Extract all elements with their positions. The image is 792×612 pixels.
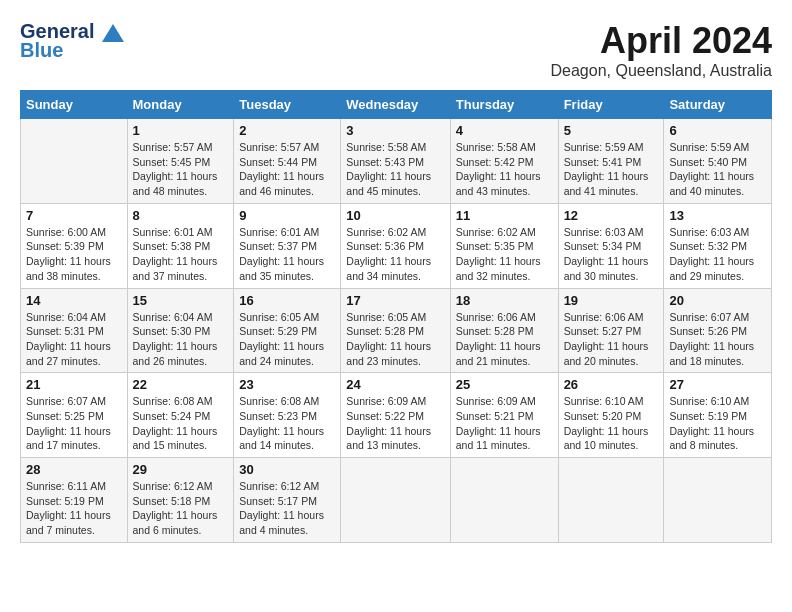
day-cell: 22Sunrise: 6:08 AM Sunset: 5:24 PM Dayli… (127, 373, 234, 458)
day-number: 14 (26, 293, 122, 308)
day-cell: 1Sunrise: 5:57 AM Sunset: 5:45 PM Daylig… (127, 119, 234, 204)
day-number: 28 (26, 462, 122, 477)
day-info: Sunrise: 6:04 AM Sunset: 5:30 PM Dayligh… (133, 310, 229, 369)
header-cell-sunday: Sunday (21, 91, 128, 119)
day-number: 5 (564, 123, 659, 138)
day-cell: 27Sunrise: 6:10 AM Sunset: 5:19 PM Dayli… (664, 373, 772, 458)
day-info: Sunrise: 6:07 AM Sunset: 5:25 PM Dayligh… (26, 394, 122, 453)
day-cell: 28Sunrise: 6:11 AM Sunset: 5:19 PM Dayli… (21, 458, 128, 543)
day-cell: 9Sunrise: 6:01 AM Sunset: 5:37 PM Daylig… (234, 203, 341, 288)
day-cell: 7Sunrise: 6:00 AM Sunset: 5:39 PM Daylig… (21, 203, 128, 288)
header-cell-thursday: Thursday (450, 91, 558, 119)
week-row-2: 7Sunrise: 6:00 AM Sunset: 5:39 PM Daylig… (21, 203, 772, 288)
day-info: Sunrise: 5:57 AM Sunset: 5:45 PM Dayligh… (133, 140, 229, 199)
location: Deagon, Queensland, Australia (551, 62, 772, 80)
day-number: 1 (133, 123, 229, 138)
day-cell: 14Sunrise: 6:04 AM Sunset: 5:31 PM Dayli… (21, 288, 128, 373)
day-number: 6 (669, 123, 766, 138)
day-info: Sunrise: 6:12 AM Sunset: 5:17 PM Dayligh… (239, 479, 335, 538)
day-cell: 24Sunrise: 6:09 AM Sunset: 5:22 PM Dayli… (341, 373, 450, 458)
header-row: SundayMondayTuesdayWednesdayThursdayFrid… (21, 91, 772, 119)
day-number: 17 (346, 293, 444, 308)
day-info: Sunrise: 6:09 AM Sunset: 5:22 PM Dayligh… (346, 394, 444, 453)
title-area: April 2024 Deagon, Queensland, Australia (551, 20, 772, 80)
day-number: 21 (26, 377, 122, 392)
month-title: April 2024 (551, 20, 772, 62)
header-cell-friday: Friday (558, 91, 664, 119)
header-cell-wednesday: Wednesday (341, 91, 450, 119)
day-number: 8 (133, 208, 229, 223)
day-cell: 20Sunrise: 6:07 AM Sunset: 5:26 PM Dayli… (664, 288, 772, 373)
day-info: Sunrise: 6:02 AM Sunset: 5:35 PM Dayligh… (456, 225, 553, 284)
day-cell: 6Sunrise: 5:59 AM Sunset: 5:40 PM Daylig… (664, 119, 772, 204)
day-number: 30 (239, 462, 335, 477)
day-number: 10 (346, 208, 444, 223)
day-info: Sunrise: 6:09 AM Sunset: 5:21 PM Dayligh… (456, 394, 553, 453)
day-cell: 25Sunrise: 6:09 AM Sunset: 5:21 PM Dayli… (450, 373, 558, 458)
week-row-1: 1Sunrise: 5:57 AM Sunset: 5:45 PM Daylig… (21, 119, 772, 204)
day-cell: 19Sunrise: 6:06 AM Sunset: 5:27 PM Dayli… (558, 288, 664, 373)
day-info: Sunrise: 6:12 AM Sunset: 5:18 PM Dayligh… (133, 479, 229, 538)
day-number: 16 (239, 293, 335, 308)
day-cell: 5Sunrise: 5:59 AM Sunset: 5:41 PM Daylig… (558, 119, 664, 204)
day-info: Sunrise: 5:57 AM Sunset: 5:44 PM Dayligh… (239, 140, 335, 199)
day-number: 25 (456, 377, 553, 392)
header-cell-saturday: Saturday (664, 91, 772, 119)
day-cell: 16Sunrise: 6:05 AM Sunset: 5:29 PM Dayli… (234, 288, 341, 373)
calendar-table: SundayMondayTuesdayWednesdayThursdayFrid… (20, 90, 772, 543)
day-cell: 17Sunrise: 6:05 AM Sunset: 5:28 PM Dayli… (341, 288, 450, 373)
day-number: 13 (669, 208, 766, 223)
week-row-5: 28Sunrise: 6:11 AM Sunset: 5:19 PM Dayli… (21, 458, 772, 543)
day-number: 23 (239, 377, 335, 392)
day-number: 9 (239, 208, 335, 223)
day-number: 18 (456, 293, 553, 308)
day-number: 15 (133, 293, 229, 308)
week-row-3: 14Sunrise: 6:04 AM Sunset: 5:31 PM Dayli… (21, 288, 772, 373)
day-info: Sunrise: 6:02 AM Sunset: 5:36 PM Dayligh… (346, 225, 444, 284)
day-info: Sunrise: 6:03 AM Sunset: 5:32 PM Dayligh… (669, 225, 766, 284)
logo-blue: Blue (20, 39, 124, 61)
day-info: Sunrise: 5:59 AM Sunset: 5:41 PM Dayligh… (564, 140, 659, 199)
day-info: Sunrise: 6:06 AM Sunset: 5:27 PM Dayligh… (564, 310, 659, 369)
day-cell: 2Sunrise: 5:57 AM Sunset: 5:44 PM Daylig… (234, 119, 341, 204)
header-cell-monday: Monday (127, 91, 234, 119)
day-cell (341, 458, 450, 543)
day-cell (450, 458, 558, 543)
day-info: Sunrise: 6:01 AM Sunset: 5:38 PM Dayligh… (133, 225, 229, 284)
day-number: 7 (26, 208, 122, 223)
day-number: 19 (564, 293, 659, 308)
day-info: Sunrise: 6:05 AM Sunset: 5:28 PM Dayligh… (346, 310, 444, 369)
day-cell: 11Sunrise: 6:02 AM Sunset: 5:35 PM Dayli… (450, 203, 558, 288)
day-cell (664, 458, 772, 543)
logo: General Blue (20, 20, 124, 61)
day-cell: 30Sunrise: 6:12 AM Sunset: 5:17 PM Dayli… (234, 458, 341, 543)
day-info: Sunrise: 6:06 AM Sunset: 5:28 PM Dayligh… (456, 310, 553, 369)
day-info: Sunrise: 5:58 AM Sunset: 5:42 PM Dayligh… (456, 140, 553, 199)
day-info: Sunrise: 6:10 AM Sunset: 5:20 PM Dayligh… (564, 394, 659, 453)
day-cell: 23Sunrise: 6:08 AM Sunset: 5:23 PM Dayli… (234, 373, 341, 458)
day-number: 3 (346, 123, 444, 138)
day-number: 29 (133, 462, 229, 477)
day-cell: 13Sunrise: 6:03 AM Sunset: 5:32 PM Dayli… (664, 203, 772, 288)
day-number: 22 (133, 377, 229, 392)
day-number: 24 (346, 377, 444, 392)
day-info: Sunrise: 5:59 AM Sunset: 5:40 PM Dayligh… (669, 140, 766, 199)
day-cell: 12Sunrise: 6:03 AM Sunset: 5:34 PM Dayli… (558, 203, 664, 288)
day-number: 2 (239, 123, 335, 138)
day-info: Sunrise: 6:04 AM Sunset: 5:31 PM Dayligh… (26, 310, 122, 369)
day-number: 26 (564, 377, 659, 392)
day-cell: 3Sunrise: 5:58 AM Sunset: 5:43 PM Daylig… (341, 119, 450, 204)
day-info: Sunrise: 5:58 AM Sunset: 5:43 PM Dayligh… (346, 140, 444, 199)
day-cell: 26Sunrise: 6:10 AM Sunset: 5:20 PM Dayli… (558, 373, 664, 458)
day-cell: 8Sunrise: 6:01 AM Sunset: 5:38 PM Daylig… (127, 203, 234, 288)
day-cell: 10Sunrise: 6:02 AM Sunset: 5:36 PM Dayli… (341, 203, 450, 288)
day-info: Sunrise: 6:00 AM Sunset: 5:39 PM Dayligh… (26, 225, 122, 284)
day-number: 27 (669, 377, 766, 392)
day-cell (21, 119, 128, 204)
day-cell: 21Sunrise: 6:07 AM Sunset: 5:25 PM Dayli… (21, 373, 128, 458)
day-cell: 29Sunrise: 6:12 AM Sunset: 5:18 PM Dayli… (127, 458, 234, 543)
day-info: Sunrise: 6:11 AM Sunset: 5:19 PM Dayligh… (26, 479, 122, 538)
day-info: Sunrise: 6:01 AM Sunset: 5:37 PM Dayligh… (239, 225, 335, 284)
day-info: Sunrise: 6:05 AM Sunset: 5:29 PM Dayligh… (239, 310, 335, 369)
day-number: 20 (669, 293, 766, 308)
